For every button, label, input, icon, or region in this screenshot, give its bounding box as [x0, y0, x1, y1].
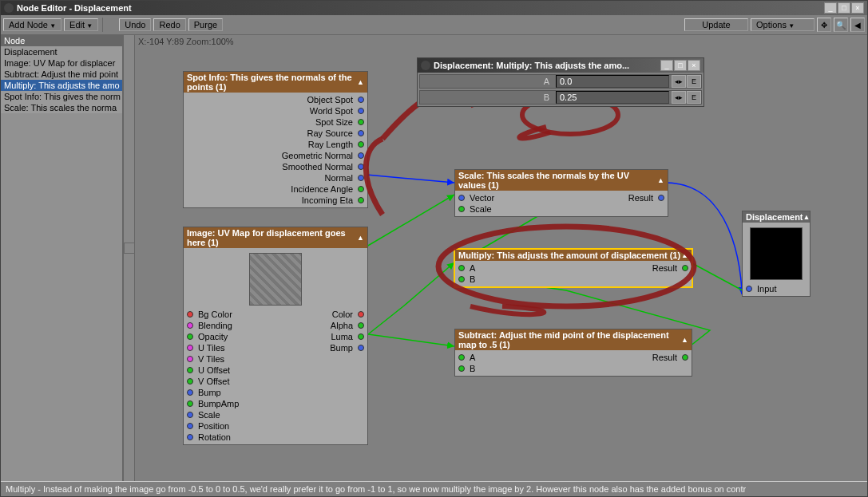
- coordinates: X:-104 Y:89 Zoom:100%: [138, 37, 234, 46]
- node-title[interactable]: Subtract: Adjust the mid point of the di…: [455, 329, 692, 350]
- node-image[interactable]: Image: UV Map for displacement goes here…: [183, 227, 368, 445]
- port-input[interactable]: [746, 286, 752, 292]
- collapse-icon[interactable]: ▲: [803, 213, 811, 221]
- purge-button[interactable]: Purge: [188, 18, 223, 31]
- port-output[interactable]: [358, 345, 364, 351]
- port-output[interactable]: [358, 333, 364, 340]
- spinner-button[interactable]: ◂▸: [672, 75, 686, 88]
- port-output[interactable]: [358, 108, 364, 114]
- field-label: A: [420, 77, 556, 86]
- port-input[interactable]: [187, 311, 193, 318]
- field-value[interactable]: 0.25: [556, 91, 669, 104]
- node-title[interactable]: Displacement▲: [743, 211, 810, 223]
- maximize-button[interactable]: □: [838, 2, 850, 14]
- port-input[interactable]: [187, 378, 193, 385]
- update-button[interactable]: Update: [684, 18, 748, 31]
- port-output[interactable]: [658, 195, 664, 201]
- port-output[interactable]: [358, 97, 364, 103]
- main-titlebar[interactable]: Node Editor - Displacement _ □ ×: [1, 1, 867, 15]
- minimize-button[interactable]: _: [824, 2, 837, 14]
- gutter[interactable]: [124, 35, 135, 496]
- sidebar-item[interactable]: Displacement: [1, 46, 122, 57]
- properties-panel[interactable]: Displacement: Multiply: This adjusts the…: [417, 57, 704, 107]
- edit-button[interactable]: Edit: [64, 18, 98, 31]
- port-input[interactable]: [187, 356, 193, 362]
- port-input[interactable]: [187, 434, 193, 440]
- port-output[interactable]: [358, 141, 364, 148]
- node-subtract[interactable]: Subtract: Adjust the mid point of the di…: [454, 329, 692, 377]
- sidebar: Node DisplacementImage: UV Map for displ…: [1, 35, 124, 496]
- panel-minimize-button[interactable]: _: [660, 60, 673, 71]
- node-title[interactable]: Multiply: This adjusts the amount of dis…: [455, 250, 692, 261]
- port-input[interactable]: [458, 195, 465, 201]
- node-displacement[interactable]: Displacement▲ Input: [742, 211, 811, 297]
- image-preview: [249, 253, 302, 306]
- sidebar-item[interactable]: Scale: This scales the norma: [1, 102, 122, 113]
- statusbar: Multiply - Instead of making the image g…: [1, 481, 867, 496]
- port-input[interactable]: [458, 365, 465, 372]
- node-scale[interactable]: Scale: This scales the normals by the UV…: [454, 169, 668, 217]
- field-label: B: [420, 93, 556, 102]
- port-output[interactable]: [358, 175, 364, 181]
- port-input[interactable]: [187, 367, 193, 373]
- collapse-icon[interactable]: ▲: [357, 234, 364, 242]
- options-button[interactable]: Options: [751, 18, 814, 31]
- panel-maximize-button[interactable]: □: [674, 60, 687, 71]
- undo-button[interactable]: Undo: [119, 18, 151, 31]
- node-spot-info[interactable]: Spot Info: This gives the normals of the…: [183, 71, 368, 208]
- port-output[interactable]: [358, 186, 364, 192]
- collapse-icon[interactable]: ▲: [681, 251, 688, 259]
- node-title[interactable]: Spot Info: This gives the normals of the…: [184, 72, 367, 93]
- port-output[interactable]: [682, 354, 688, 361]
- port-input[interactable]: [187, 389, 193, 396]
- port-output[interactable]: [358, 152, 364, 159]
- collapse-icon[interactable]: ▲: [357, 78, 364, 86]
- sidebar-item[interactable]: Image: UV Map for displacer: [1, 57, 122, 69]
- edit-button[interactable]: E: [687, 75, 701, 88]
- pan-icon[interactable]: ✥: [817, 18, 831, 32]
- sidebar-header: Node: [1, 35, 122, 46]
- port-output[interactable]: [682, 265, 688, 271]
- port-input[interactable]: [187, 322, 193, 329]
- panel-title: Displacement: Multiply: This adjusts the…: [434, 61, 660, 70]
- port-input[interactable]: [458, 354, 465, 361]
- port-output[interactable]: [358, 119, 364, 125]
- port-output[interactable]: [358, 311, 364, 318]
- panel-titlebar[interactable]: Displacement: Multiply: This adjusts the…: [418, 58, 704, 73]
- port-output[interactable]: [358, 164, 364, 170]
- port-input[interactable]: [187, 423, 193, 429]
- redo-button[interactable]: Redo: [153, 18, 185, 31]
- close-button[interactable]: ×: [851, 2, 864, 14]
- port-input[interactable]: [458, 276, 465, 282]
- node-multiply[interactable]: Multiply: This adjusts the amount of dis…: [454, 249, 692, 287]
- arrow-left-icon[interactable]: ◀: [850, 18, 865, 32]
- port-input[interactable]: [187, 400, 193, 407]
- displacement-preview: [750, 227, 803, 280]
- port-input[interactable]: [187, 345, 193, 351]
- port-input[interactable]: [187, 412, 193, 418]
- port-output[interactable]: [358, 197, 364, 203]
- sidebar-item[interactable]: Spot Info: This gives the norm: [1, 91, 122, 102]
- field-value[interactable]: 0.0: [556, 75, 669, 88]
- toolbar-separator: [102, 18, 115, 32]
- toolbar: Add Node Edit Undo Redo Purge Update Opt…: [1, 15, 867, 35]
- zoom-icon[interactable]: 🔍: [834, 18, 848, 32]
- collapse-icon[interactable]: ▲: [681, 336, 688, 344]
- sidebar-item[interactable]: Subtract: Adjust the mid point: [1, 69, 122, 80]
- app-icon: [421, 61, 430, 70]
- panel-close-button[interactable]: ×: [688, 60, 700, 71]
- port-input[interactable]: [458, 206, 465, 212]
- port-input[interactable]: [187, 333, 193, 340]
- add-node-button[interactable]: Add Node: [3, 18, 61, 31]
- node-title[interactable]: Image: UV Map for displacement goes here…: [184, 227, 367, 248]
- spinner-button[interactable]: ◂▸: [672, 91, 686, 104]
- node-title[interactable]: Scale: This scales the normals by the UV…: [455, 170, 668, 191]
- collapse-icon[interactable]: ▲: [657, 176, 664, 184]
- port-input[interactable]: [458, 265, 465, 271]
- sidebar-item[interactable]: Multiply: This adjusts the amo: [1, 80, 122, 91]
- edit-button[interactable]: E: [687, 91, 701, 104]
- splitter-handle[interactable]: [124, 243, 135, 254]
- port-output[interactable]: [358, 130, 364, 136]
- window-title: Node Editor - Displacement: [17, 3, 824, 13]
- port-output[interactable]: [358, 322, 364, 329]
